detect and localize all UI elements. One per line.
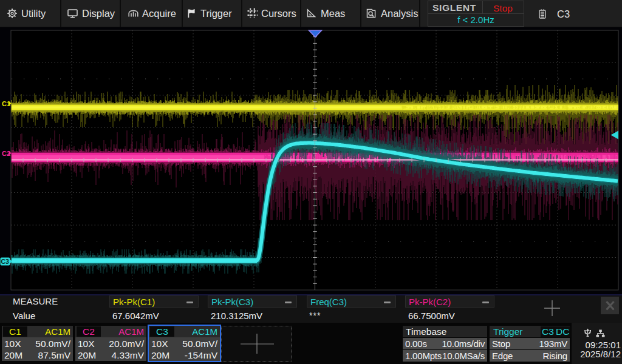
svg-text:C3: C3 [1, 258, 9, 265]
